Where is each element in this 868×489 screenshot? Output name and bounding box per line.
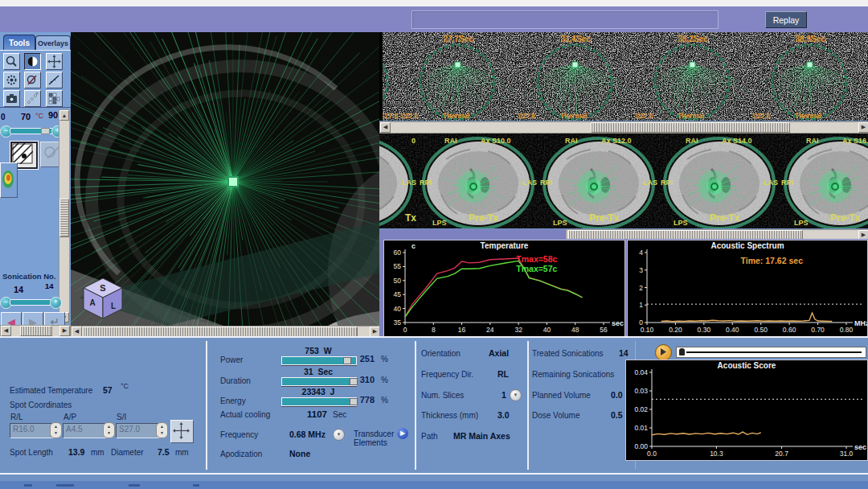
svg-text:Acoustic Score: Acoustic Score [718, 361, 776, 370]
mri-image-0[interactable]: 0LASTx [379, 134, 419, 228]
sonication-plus-button[interactable]: + [50, 297, 62, 309]
camera-icon[interactable] [3, 90, 20, 107]
mri-left-label: RPI [540, 179, 552, 187]
svg-text:0.70: 0.70 [811, 326, 825, 334]
svg-text:0.0: 0.0 [647, 450, 657, 458]
num-slices-dropdown[interactable]: ▼ [510, 389, 522, 401]
svg-text:0.01: 0.01 [634, 424, 648, 432]
move-spot-button[interactable] [170, 420, 194, 443]
dose-volume-value: 0.5 [611, 410, 623, 420]
thermal-image-4[interactable]: 38.9SecThermalS27.0 [751, 32, 868, 121]
mri-pretx-label: Pre-Tx [710, 212, 739, 224]
actual-cooling-label: Actual cooling [220, 410, 270, 419]
mri-image-4[interactable]: RAIAx S16.0RPILASLPSPre-Tx [780, 134, 868, 228]
tab-tools[interactable]: Tools [3, 35, 35, 51]
left-panel-hscrollbar[interactable]: ◀ ▶ [0, 325, 71, 337]
mri-image-2[interactable]: RAIAx S12.0RPILASLPSPre-Tx [538, 134, 660, 228]
planned-volume-value: 0.0 [611, 390, 623, 400]
points-icon[interactable] [24, 90, 41, 107]
thermal-series-row: S27.027.7SecThermalS27.031.4SecThermalS2… [379, 32, 868, 121]
mri-orientation-label: RAI [565, 137, 578, 145]
svg-text:0.80: 0.80 [840, 326, 854, 334]
transducer-elements-button[interactable]: ▶ [397, 428, 408, 439]
svg-text:sec: sec [854, 443, 866, 451]
thermal-slice-label: S27.0 [383, 112, 398, 120]
thickness-value: 3.0 [497, 410, 510, 420]
status-bar [0, 481, 868, 489]
geometry-section: Orientation Axial Frequency Dir. RL Num.… [421, 336, 524, 473]
svg-text:L: L [111, 302, 116, 310]
mri-image-3[interactable]: RAIAx S14.0RPILASLPSPre-Tx [659, 134, 780, 228]
thermal-row-hscrollbar[interactable]: ◀ ▶ [379, 121, 868, 134]
zoom-icon[interactable] [3, 53, 20, 70]
replay-button[interactable]: Replay [765, 11, 807, 28]
thermal-series-label: Thermal [443, 112, 469, 120]
svg-text:0.60: 0.60 [783, 326, 796, 334]
mri-left-label: RPI [781, 179, 793, 187]
duration-percent-unit: % [381, 376, 388, 384]
ap-stepper[interactable]: ▲▼ [103, 422, 115, 438]
contrast-icon[interactable] [24, 53, 41, 70]
ap-label: A/P [63, 413, 76, 421]
mri-lps-label: LPS [432, 219, 447, 227]
treated-sonications-label: Treated Sonications [532, 349, 604, 358]
si-field[interactable]: S27.0 [116, 423, 159, 438]
svg-text:0: 0 [403, 326, 407, 334]
path-value: MR Main Axes [453, 431, 510, 441]
inspect-icon[interactable] [24, 72, 41, 88]
measure-icon[interactable] [46, 72, 63, 88]
thermal-series-label: Thermal [678, 112, 704, 120]
tab-overlays[interactable]: Overlays [35, 35, 71, 51]
thermal-image-0[interactable]: S27.0 [383, 32, 399, 121]
estimated-temperature-label: Estimated Temperature [10, 386, 92, 395]
energy-value: 23343 J [285, 387, 352, 397]
svg-text:24: 24 [486, 326, 494, 334]
energy-percent: 778 [346, 395, 375, 405]
thermal-timestamp: 27.7Sec [443, 35, 473, 43]
rl-field[interactable]: R16.0 [10, 423, 53, 438]
score-chart: 0.000.010.020.030.040.010.320.731.0Acous… [625, 360, 868, 461]
sonication-slider[interactable] [10, 299, 51, 306]
settings-icon[interactable] [3, 72, 20, 88]
thermal-spot-button[interactable] [0, 162, 18, 198]
thermal-slice-label: S27.0 [518, 112, 535, 120]
ap-field[interactable]: A4.5 [63, 423, 106, 438]
thermal-image-1[interactable]: 27.7SecThermalS27.0 [399, 32, 517, 121]
mri-pretx-label: Tx [405, 212, 416, 224]
temp-slider[interactable] [10, 128, 53, 134]
svg-text:55: 55 [394, 262, 402, 270]
energy-label: Energy [220, 397, 246, 405]
viewer-3d[interactable]: SAL [71, 32, 379, 326]
svg-text:MHz: MHz [854, 319, 867, 327]
svg-text:0.40: 0.40 [726, 326, 739, 334]
svg-text:60: 60 [394, 249, 402, 257]
left-panel-vscrollbar[interactable]: ▲ ▼ [59, 109, 70, 323]
timeline-thumb[interactable] [679, 348, 685, 355]
dose-volume-label: Dose Volume [532, 411, 579, 420]
mri-orientation-label: RAI [444, 137, 457, 145]
mri-left-label: RPI [661, 179, 673, 187]
thermal-image-2[interactable]: 31.4SecThermalS27.0 [516, 32, 634, 121]
thickness-label: Thickness (mm) [421, 411, 478, 420]
svg-text:0.02: 0.02 [634, 405, 648, 413]
pan-icon[interactable] [46, 53, 63, 70]
svg-text:8: 8 [432, 326, 436, 334]
apodization-label: Apodization [220, 450, 262, 458]
rl-stepper[interactable]: ▲▼ [50, 422, 62, 438]
si-stepper[interactable]: ▲▼ [156, 422, 168, 438]
apodization-value: None [289, 449, 310, 458]
spot-length-value: 13.9 [68, 447, 84, 457]
temperature-chart: 35404550556008162432404856Temperaturecse… [383, 240, 625, 337]
frequency-dropdown[interactable]: ▼ [333, 429, 345, 441]
playback-timeline[interactable] [676, 347, 866, 358]
play-button[interactable] [655, 344, 672, 361]
svg-text:3: 3 [639, 266, 643, 274]
thermal-image-3[interactable]: 35.2SecThermalS27.0 [633, 32, 751, 121]
treated-sonications-value: 14 [619, 348, 628, 358]
mri-image-1[interactable]: RAIAx S10.0RPILASLPSPre-Tx [418, 134, 539, 228]
mri-row-scroll-strip: ▶ [379, 229, 868, 239]
mri-right-label: LAS [643, 179, 657, 187]
grid-icon[interactable] [46, 90, 63, 107]
mri-slice-position-label: Ax S14.0 [722, 137, 752, 145]
spot-coordinates-label: Spot Coordinates [10, 401, 72, 409]
